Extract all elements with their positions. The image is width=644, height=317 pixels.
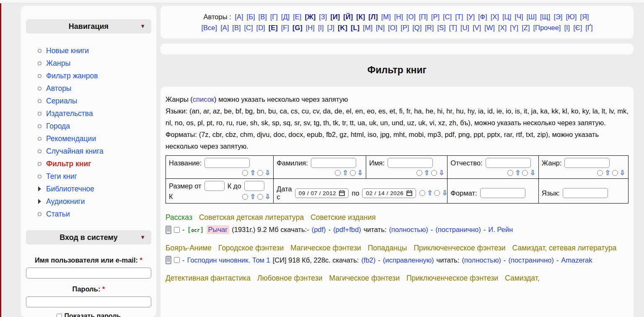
sort-desc-radio[interactable] [257,194,263,200]
alphabet-letter-link[interactable]: [Ц] [502,13,511,21]
alphabet-letter-link[interactable]: [А] [235,13,243,21]
show-password-checkbox[interactable] [57,314,62,317]
alphabet-letter-link[interactable]: [Е] [293,13,301,21]
alphabet-letter-link[interactable]: [Q] [412,24,422,31]
sidebar-nav-link[interactable]: Аудиокниги [46,197,85,206]
alphabet-letter-link[interactable]: [Л] [368,13,378,21]
alphabet-letter-link[interactable]: [Б] [247,13,255,21]
alphabet-letter-link[interactable]: [Y] [510,24,518,31]
alphabet-letter-link[interactable]: [К] [356,13,365,21]
alphabet-letter-link[interactable]: [Є] [573,24,582,31]
alphabet-letter-link[interactable]: [O] [388,24,397,31]
alphabet-letter-link[interactable]: [Ґ] [585,24,592,31]
surname-input[interactable] [311,158,356,168]
alphabet-letter-link[interactable]: [F] [281,24,289,31]
book-row-segment[interactable]: Господин чиновник. Том 1 [187,256,270,264]
alphabet-letter-link[interactable]: [Все] [202,24,217,31]
alphabet-letter-link[interactable]: [З] [319,13,327,21]
alphabet-letter-link[interactable]: [W] [484,24,495,31]
alphabet-letter-link[interactable]: [K] [338,24,347,31]
alphabet-letter-link[interactable]: [Ж] [305,13,316,21]
alphabet-letter-link[interactable]: [Х] [491,13,499,21]
book-row-segment[interactable]: - [328,226,331,234]
genre-link[interactable]: Самиздат, сетевая литература [512,244,617,252]
size-to-input[interactable] [244,181,264,191]
password-input[interactable] [26,296,151,307]
size-from-input[interactable] [204,181,225,191]
alphabet-letter-link[interactable]: [D] [256,24,265,31]
genre-link[interactable]: Магическое фэнтези [290,244,361,252]
alphabet-letter-link[interactable]: [N] [376,24,385,31]
alphabet-letter-link[interactable]: [Д] [281,13,290,21]
sidebar-nav-link[interactable]: Сериалы [46,97,77,105]
title-input[interactable] [204,158,250,168]
alphabet-letter-link[interactable]: [Ю] [566,13,577,21]
sidebar-nav-link[interactable]: Библиотечное [46,185,94,193]
genre-input[interactable] [564,158,610,168]
book-row-segment[interactable]: (постранично) [435,226,481,234]
patronymic-input[interactable] [486,158,531,168]
book-row-segment[interactable]: ocr [187,226,204,234]
book-row-segment[interactable]: (полностью) [389,226,428,234]
alphabet-letter-link[interactable]: [Н] [394,13,403,21]
alphabet-letter-link[interactable]: [C] [244,24,253,31]
sidebar-nav-link[interactable]: Статьи [46,210,70,218]
sort-desc-radio[interactable] [257,170,263,176]
book-row-segment[interactable]: (pdf+fbd) [333,226,361,234]
alphabet-letter-link[interactable]: [G] [292,24,303,31]
alphabet-letter-link[interactable]: [Г] [270,13,278,21]
book-row-segment[interactable]: - [431,226,433,234]
book-row-segment[interactable]: читать: [364,226,387,234]
chevron-down-icon[interactable]: ▼ [140,234,145,240]
book-row-segment[interactable]: (pdf) [312,226,326,234]
book-row-segment[interactable]: [СИ] 918 Кб, 228с. скачать: [273,256,359,264]
genre-link[interactable]: Советские издания [310,213,376,222]
alphabet-letter-link[interactable]: [М] [381,13,391,21]
alphabet-letter-link[interactable]: [Ф] [478,13,487,21]
sidebar-nav-link[interactable]: Издательства [46,109,93,118]
book-row-segment[interactable]: - [484,226,486,234]
alphabet-letter-link[interactable]: [L] [351,24,360,31]
sort-desc-radio[interactable] [434,190,440,196]
alphabet-letter-link[interactable]: [С] [443,13,452,21]
username-input[interactable] [26,268,151,278]
date-from-input[interactable]: 09 / 07 / 2012 [295,188,349,198]
sort-asc-radio[interactable] [416,170,422,176]
calendar-icon[interactable] [406,190,412,196]
book-row-segment[interactable]: (fb2) [361,256,375,264]
alphabet-letter-link[interactable]: [Ч] [515,13,523,21]
genre-link[interactable]: Бояръ-Аниме [166,244,212,252]
alphabet-letter-link[interactable]: [У] [466,13,475,21]
alphabet-letter-link[interactable]: [I] [318,24,324,31]
alphabet-letter-link[interactable]: [T] [449,24,457,31]
navigation-panel-header[interactable]: Навигация ▼ [26,19,151,34]
sidebar-nav-link[interactable]: Рекомендации [46,134,96,143]
calendar-icon[interactable] [339,190,345,196]
genre-link[interactable]: Детективная фантастика [166,274,251,282]
book-row-segment[interactable]: (исправленную) [383,256,434,264]
book-row-segment[interactable]: (полностью) [462,256,501,264]
sidebar-nav-link[interactable]: Фильтр жанров [46,72,98,80]
sort-desc-radio[interactable] [431,170,437,176]
alphabet-letter-link[interactable]: [A] [220,24,229,31]
alphabet-letter-link[interactable]: [H] [306,24,315,31]
genre-link[interactable]: Приключенческое фэнтези [406,274,498,282]
alphabet-letter-link[interactable]: [П] [419,13,428,21]
alphabet-letter-link[interactable]: [U] [460,24,469,31]
sidebar-nav-link[interactable]: Фильтр книг [46,160,91,168]
alphabet-letter-link[interactable]: [J] [327,24,334,31]
genres-list-link[interactable]: список [193,95,214,103]
book-row-segment[interactable]: читать: [437,256,460,264]
alphabet-letter-link[interactable]: [Э] [553,13,562,21]
book-row-segment[interactable]: Рычаг [207,225,230,234]
sidebar-nav-link[interactable]: Города [46,122,70,130]
alphabet-letter-link[interactable]: [B] [232,24,241,31]
book-row-segment[interactable]: (1931г.) 9.2 Мб скачать:- [232,226,309,234]
alphabet-letter-link[interactable]: [X] [498,24,507,31]
login-panel-header[interactable]: Вход в систему ▼ [26,230,151,245]
alphabet-letter-link[interactable]: [S] [437,24,445,31]
genre-link[interactable]: Приключенческое фэнтези [414,244,505,252]
alphabet-letter-link[interactable]: [Р] [431,13,440,21]
alphabet-letter-link[interactable]: [И] [330,13,340,21]
sort-asc-radio[interactable] [507,170,513,176]
